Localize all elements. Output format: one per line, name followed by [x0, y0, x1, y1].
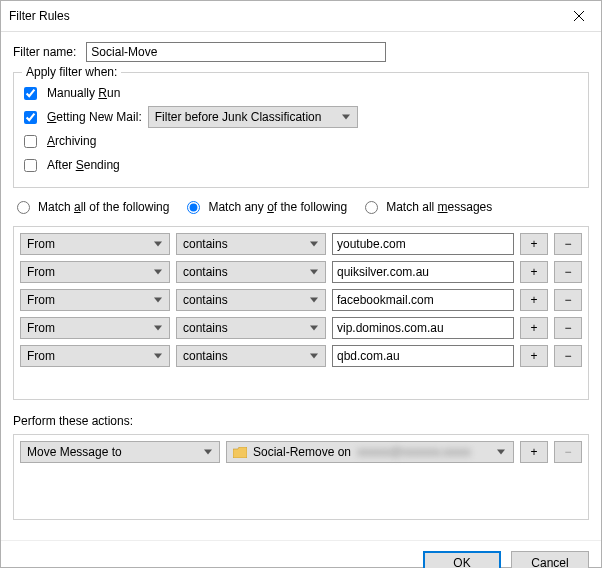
action-add-button[interactable]: + — [520, 441, 548, 463]
rule-condition-select[interactable]: contains — [176, 261, 326, 283]
actions-list: Move Message toSocial-Remove on xxxxxx@x… — [13, 434, 589, 520]
rule-field-select[interactable]: From — [20, 345, 170, 367]
match-all-radio[interactable] — [17, 201, 30, 214]
rule-value-input[interactable] — [332, 233, 514, 255]
rule-condition-select[interactable]: contains — [176, 233, 326, 255]
apply-when-group: Apply filter when: Manually Run Getting … — [13, 72, 589, 188]
window-title: Filter Rules — [9, 9, 556, 23]
rules-list: Fromcontains+−Fromcontains+−Fromcontains… — [13, 226, 589, 400]
rule-condition-select[interactable]: contains — [176, 289, 326, 311]
rule-remove-button[interactable]: − — [554, 289, 582, 311]
filter-name-row: Filter name: — [13, 42, 589, 62]
filter-name-input[interactable] — [86, 42, 386, 62]
action-target-label: Social-Remove on — [253, 445, 351, 459]
ok-button[interactable]: OK — [423, 551, 501, 568]
match-all-radio-label[interactable]: Match all of the following — [17, 200, 169, 214]
rule-row: Fromcontains+− — [20, 289, 582, 311]
rule-remove-button[interactable]: − — [554, 261, 582, 283]
archiving-label[interactable]: Archiving — [47, 134, 96, 148]
rule-row: Fromcontains+− — [20, 261, 582, 283]
rule-value-input[interactable] — [332, 345, 514, 367]
filter-name-label: Filter name: — [13, 45, 76, 59]
rule-row: Fromcontains+− — [20, 345, 582, 367]
titlebar: Filter Rules — [1, 1, 601, 32]
rule-add-button[interactable]: + — [520, 233, 548, 255]
rule-add-button[interactable]: + — [520, 289, 548, 311]
close-button[interactable] — [556, 1, 601, 31]
rule-field-select[interactable]: From — [20, 317, 170, 339]
after-sending-label[interactable]: After Sending — [47, 158, 120, 172]
action-type-select[interactable]: Move Message to — [20, 441, 220, 463]
match-any-radio[interactable] — [187, 201, 200, 214]
archiving-row: Archiving — [24, 129, 578, 153]
close-icon — [574, 11, 584, 21]
rule-condition-select[interactable]: contains — [176, 345, 326, 367]
action-target-select[interactable]: Social-Remove on xxxxxx@xxxxxxx.xxxxx — [226, 441, 514, 463]
rule-add-button[interactable]: + — [520, 261, 548, 283]
rule-add-button[interactable]: + — [520, 317, 548, 339]
rule-row: Fromcontains+− — [20, 317, 582, 339]
getting-new-mail-row: Getting New Mail: Filter before Junk Cla… — [24, 105, 578, 129]
rule-remove-button[interactable]: − — [554, 345, 582, 367]
rule-value-input[interactable] — [332, 289, 514, 311]
rule-value-input[interactable] — [332, 261, 514, 283]
rule-field-select[interactable]: From — [20, 261, 170, 283]
junk-classification-select[interactable]: Filter before Junk Classification — [148, 106, 358, 128]
rule-field-select[interactable]: From — [20, 289, 170, 311]
archiving-checkbox[interactable] — [24, 135, 37, 148]
dialog-body: Filter name: Apply filter when: Manually… — [1, 32, 601, 540]
apply-when-legend: Apply filter when: — [22, 65, 121, 79]
match-any-radio-label[interactable]: Match any of the following — [187, 200, 347, 214]
filter-rules-window: Filter Rules Filter name: Apply filter w… — [0, 0, 602, 568]
rule-remove-button[interactable]: − — [554, 317, 582, 339]
action-target-account: xxxxxx@xxxxxxx.xxxxx — [357, 445, 471, 459]
manually-run-checkbox[interactable] — [24, 87, 37, 100]
action-row: Move Message toSocial-Remove on xxxxxx@x… — [20, 441, 582, 463]
match-mode-row: Match all of the following Match any of … — [13, 196, 589, 218]
perform-actions-label: Perform these actions: — [13, 414, 589, 428]
getting-new-mail-label[interactable]: Getting New Mail: — [47, 110, 142, 124]
rule-value-input[interactable] — [332, 317, 514, 339]
rule-add-button[interactable]: + — [520, 345, 548, 367]
dialog-footer: OK Cancel — [1, 540, 601, 568]
manually-run-label[interactable]: Manually Run — [47, 86, 120, 100]
rule-remove-button[interactable]: − — [554, 233, 582, 255]
rule-row: Fromcontains+− — [20, 233, 582, 255]
manually-run-row: Manually Run — [24, 81, 578, 105]
after-sending-checkbox[interactable] — [24, 159, 37, 172]
after-sending-row: After Sending — [24, 153, 578, 177]
cancel-button[interactable]: Cancel — [511, 551, 589, 568]
rule-condition-select[interactable]: contains — [176, 317, 326, 339]
action-remove-button: − — [554, 441, 582, 463]
folder-icon — [233, 447, 247, 458]
getting-new-mail-checkbox[interactable] — [24, 111, 37, 124]
match-messages-radio[interactable] — [365, 201, 378, 214]
match-messages-radio-label[interactable]: Match all messages — [365, 200, 492, 214]
rule-field-select[interactable]: From — [20, 233, 170, 255]
